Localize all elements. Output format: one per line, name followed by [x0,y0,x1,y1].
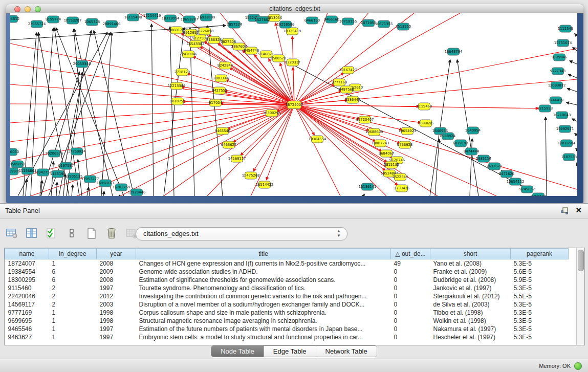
network-node[interactable]: 9155724 [46,16,61,23]
network-node[interactable]: 10553287 [64,17,82,24]
network-node[interactable]: 10719155 [339,18,357,25]
network-node[interactable]: 8860123 [169,27,184,34]
network-node[interactable]: 9465546 [215,127,230,135]
network-node[interactable]: 8938924 [440,133,455,140]
network-node[interactable]: 23055724 [28,20,46,28]
network-node[interactable]: 7632621 [487,163,502,170]
network-node[interactable]: 1588520 [271,55,286,62]
network-node[interactable]: 9756928 [397,141,412,148]
table-selector-dropdown[interactable]: citations_edges.txt ▲▼ [136,227,347,240]
column-header-name[interactable]: name [5,249,49,259]
network-node[interactable]: 15136141 [359,183,377,190]
network-node[interactable]: 1244419 [548,97,563,104]
network-node[interactable]: 9777169 [332,79,347,86]
table-row[interactable]: 1830029562008Estimation of significance … [5,276,569,284]
network-node[interactable]: 2803144 [213,75,229,82]
network-canvas[interactable]: 8860123891295518226058912750881863281654… [10,13,577,196]
network-node[interactable]: 2450122 [531,193,546,196]
network-graph[interactable]: 8860123891295518226058912750881863281654… [10,13,577,196]
close-panel-icon[interactable]: ✕ [575,206,582,215]
network-node[interactable]: 1733426 [394,185,409,192]
column-header-short[interactable]: short [430,249,511,259]
table-row[interactable]: 911546021997Tourette syndrome. Phenomeno… [5,284,569,292]
network-node[interactable]: 16782759 [113,184,130,191]
table-row[interactable]: 2242004622012Investigating the contribut… [5,292,569,300]
network-node[interactable]: 12093872 [548,82,566,89]
network-node[interactable]: 1071955 [361,19,376,27]
network-node[interactable]: 1640954 [465,127,481,134]
network-node[interactable]: 15751074 [554,39,572,47]
network-node[interactable]: 917004 [209,99,222,106]
network-node[interactable]: 16115408 [124,14,142,21]
table-scrollbar[interactable] [576,248,584,345]
network-node[interactable]: 9245652 [519,186,535,193]
network-node[interactable]: 1187533 [561,154,577,161]
table-row[interactable]: 946554611997Estimation of the future num… [5,325,569,333]
table-mode-icon[interactable] [5,227,18,240]
column-header-title[interactable]: title [136,249,391,259]
table-row[interactable]: 946362711997Embryonic stem cells: a mode… [5,333,569,341]
network-node[interactable]: 8471626 [499,170,514,178]
network-node[interactable]: 10167427 [339,67,357,74]
network-node[interactable]: 6466160 [304,17,320,24]
network-node[interactable]: 1527602 [255,16,270,24]
network-node[interactable]: 9463627 [221,141,236,148]
network-node[interactable]: 2626050 [10,148,19,156]
network-node[interactable]: 1810755 [170,98,185,105]
show-column-icon[interactable] [25,227,38,240]
column-header-year[interactable]: year [97,249,136,259]
network-node[interactable]: 12475268 [242,172,260,179]
select-columns-icon[interactable] [45,227,58,240]
network-node[interactable]: 6879197 [453,140,468,147]
network-node[interactable]: 16210643 [553,112,571,119]
network-node[interactable]: 19218586 [277,21,295,28]
network-node[interactable]: 18313054 [162,15,180,22]
network-node[interactable]: 1694012 [10,15,19,23]
network-node[interactable]: 20891406 [103,20,121,28]
tab-network-table[interactable]: Network Table [316,346,377,357]
network-node[interactable]: 9699695 [418,120,433,127]
network-node[interactable]: 2536447 [345,96,360,103]
node-table[interactable]: namein_degreeyeartitle△ out_de...shortpa… [5,248,569,341]
network-node[interactable]: 1145194 [50,170,66,178]
network-node[interactable]: 9227343 [550,68,565,75]
network-node[interactable]: 8427552 [212,87,227,94]
network-node[interactable]: 15720407 [356,116,374,123]
table-row[interactable]: 969969511998Structural magnetic resonanc… [5,317,569,325]
network-node[interactable]: 10653287 [181,16,199,23]
network-node[interactable]: 9115460 [417,103,432,110]
network-node[interactable]: 12923446 [128,189,146,196]
delete-icon[interactable] [105,227,118,240]
table-row[interactable]: 1938455462009Genome-wide association stu… [5,268,569,276]
column-header-pagerank[interactable]: pagerank [511,249,569,259]
network-node[interactable]: 22420046 [180,51,198,58]
network-node[interactable]: 8497568 [339,86,354,93]
tab-edge-table[interactable]: Edge Table [264,346,316,357]
network-node[interactable]: 2935114 [476,155,491,162]
network-node[interactable]: 8505051 [10,161,25,168]
network-node[interactable]: 12213389 [168,82,186,90]
table-row[interactable]: 1872400712008Changes of HCN gene express… [5,259,569,268]
column-header-out_degree[interactable]: △ out_de... [391,249,430,259]
network-node[interactable]: 12254419 [143,13,161,19]
network-node[interactable]: 14569117 [228,155,246,162]
column-header-in_degree[interactable]: in_degree [49,249,97,259]
network-node[interactable]: 15992971 [556,125,574,133]
network-node[interactable]: 7857224 [227,21,242,28]
network-node[interactable]: 9684067 [379,150,394,157]
network-node[interactable]: 1111549 [558,25,573,32]
network-node[interactable]: 16958167 [97,180,115,187]
network-node[interactable]: 9474444 [464,148,479,155]
network-node[interactable]: 16671355 [375,20,393,28]
row-height-icon[interactable] [65,227,78,240]
network-node[interactable]: 16033809 [198,14,215,21]
network-node[interactable]: 17016504 [558,140,576,147]
network-node[interactable]: 10325419 [284,28,301,35]
network-node[interactable]: 7513550 [396,23,411,30]
network-node[interactable]: 2718120 [175,69,190,76]
network-node[interactable]: 16514422 [256,181,274,188]
network-node[interactable]: 8186328 [206,36,222,43]
table-row[interactable]: 977716911998Corpus callosum shape and si… [5,309,569,317]
network-node[interactable]: 2522543 [393,173,408,181]
network-node[interactable]: 1065328 [84,18,100,26]
